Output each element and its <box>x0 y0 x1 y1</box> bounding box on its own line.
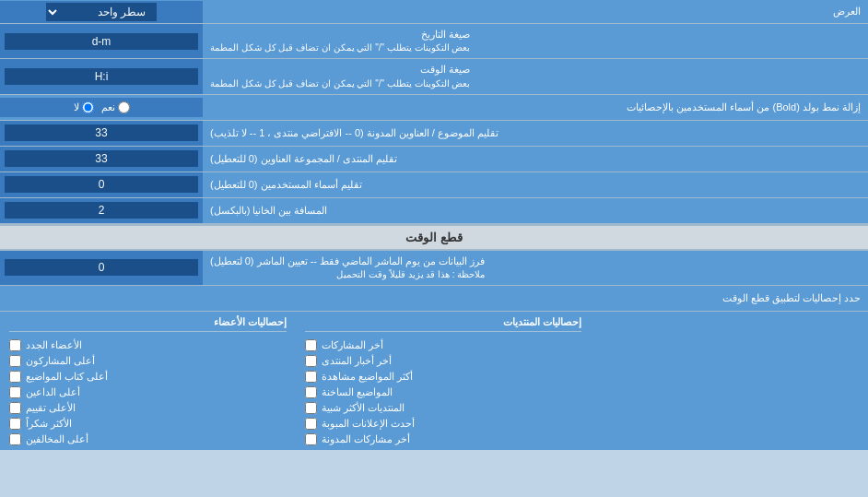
forum-stat-2: أخر أخبار المنتدى <box>305 355 582 367</box>
bold-no-label[interactable]: لا <box>74 101 94 113</box>
bold-row: إزالة نمط بولد (Bold) من أسماء المستخدمي… <box>0 95 868 121</box>
checkboxes-container: إحصاليات المنتديات أخر المشاركات أخر أخب… <box>0 312 868 450</box>
member-stat-7: أعلى المخالفين <box>9 433 287 445</box>
spacing-input[interactable] <box>5 202 198 219</box>
time-format-row: صيغة الوقت بعض التكوينات يتطلب "/" التي … <box>0 59 868 94</box>
forum-stat-1: أخر المشاركات <box>305 339 582 351</box>
member-stat-1: الأعضاء الجدد <box>9 339 287 351</box>
time-format-input-wrap <box>0 59 203 93</box>
date-format-input[interactable] <box>5 33 198 50</box>
display-input-part: سطر واحد سطرين ثلاثة أسطر <box>0 1 203 23</box>
forum-stats-header: إحصاليات المنتديات <box>305 316 582 332</box>
forum-stat-7-checkbox[interactable] <box>305 433 317 445</box>
forum-stat-3: أكثر المواضيع مشاهدة <box>305 371 582 383</box>
forum-stat-2-checkbox[interactable] <box>305 355 317 367</box>
cutoff-input-wrap <box>0 251 203 285</box>
member-stat-4: أعلى الداعين <box>9 386 287 398</box>
stats-limit-row: حدد إحصاليات لتطبيق قطع الوقت <box>0 286 868 312</box>
forum-stats-col: إحصاليات المنتديات أخر المشاركات أخر أخب… <box>296 316 592 445</box>
forum-stat-5-checkbox[interactable] <box>305 402 317 414</box>
date-format-row: صيغة التاريخ بعض التكوينات يتطلب "/" الت… <box>0 24 868 59</box>
date-format-label: صيغة التاريخ بعض التكوينات يتطلب "/" الت… <box>203 24 868 58</box>
cutoff-input[interactable] <box>5 259 198 276</box>
users-trim-row: تقليم أسماء المستخدمين (0 للتعطيل) <box>0 172 868 198</box>
display-select[interactable]: سطر واحد سطرين ثلاثة أسطر <box>46 3 157 21</box>
forum-trim-input-wrap <box>0 147 203 172</box>
bold-radios: نعم لا <box>0 98 203 117</box>
forum-stat-3-checkbox[interactable] <box>305 371 317 383</box>
spacing-input-wrap <box>0 198 203 223</box>
forum-stat-4: المواضيع الساخنة <box>305 386 582 398</box>
threads-label: تقليم الموضوع / العناوين المدونة (0 -- ا… <box>203 121 868 146</box>
forum-trim-input[interactable] <box>5 150 198 167</box>
date-format-input-wrap <box>0 24 203 58</box>
spacing-label: المسافة بين الخانيا (بالبكسل) <box>203 198 868 223</box>
display-row: العرض سطر واحد سطرين ثلاثة أسطر <box>0 0 868 24</box>
forum-stat-5: المنتديات الأكثر شبية <box>305 402 582 414</box>
threads-row: تقليم الموضوع / العناوين المدونة (0 -- ا… <box>0 121 868 147</box>
cutoff-section-header: قطع الوقت <box>0 224 868 251</box>
member-stat-6-checkbox[interactable] <box>9 418 21 430</box>
member-stat-3-checkbox[interactable] <box>9 371 21 383</box>
member-stat-1-checkbox[interactable] <box>9 339 21 351</box>
forum-stat-6-checkbox[interactable] <box>305 418 317 430</box>
bold-no-radio[interactable] <box>82 101 94 113</box>
forum-stat-4-checkbox[interactable] <box>305 386 317 398</box>
bold-yes-radio[interactable] <box>118 101 130 113</box>
forum-stat-1-checkbox[interactable] <box>305 339 317 351</box>
threads-input[interactable] <box>5 124 198 141</box>
forum-trim-row: تقليم المنتدى / المجموعة العناوين (0 للت… <box>0 147 868 172</box>
cutoff-row: فرز البيانات من يوم الماشر الماضي فقط --… <box>0 251 868 286</box>
members-stats-header: إحصاليات الأعضاء <box>9 316 287 332</box>
member-stat-6: الأكثر شكراً <box>9 418 287 430</box>
time-format-label: صيغة الوقت بعض التكوينات يتطلب "/" التي … <box>203 59 868 93</box>
member-stat-2-checkbox[interactable] <box>9 355 21 367</box>
users-trim-input-wrap <box>0 172 203 197</box>
time-format-input[interactable] <box>5 68 198 85</box>
member-stat-4-checkbox[interactable] <box>9 386 21 398</box>
bold-label: إزالة نمط بولد (Bold) من أسماء المستخدمي… <box>203 98 868 117</box>
cutoff-label: فرز البيانات من يوم الماشر الماضي فقط --… <box>203 251 868 285</box>
bold-yes-label[interactable]: نعم <box>101 101 130 113</box>
members-stats-col: إحصاليات الأعضاء الأعضاء الجدد أعلى المش… <box>0 316 296 445</box>
member-stat-5: الأعلى تقييم <box>9 402 287 414</box>
member-stat-2: أعلى المشاركون <box>9 355 287 367</box>
display-label: العرض <box>203 2 868 21</box>
stats-limit-spacer <box>591 316 868 445</box>
member-stat-5-checkbox[interactable] <box>9 402 21 414</box>
member-stat-3: أعلى كتاب المواضيع <box>9 371 287 383</box>
forum-trim-label: تقليم المنتدى / المجموعة العناوين (0 للت… <box>203 147 868 172</box>
forum-stat-7: أخر مشاركات المدونة <box>305 433 582 445</box>
forum-stat-6: أحدث الإعلانات المبوبة <box>305 418 582 430</box>
spacing-row: المسافة بين الخانيا (بالبكسل) <box>0 198 868 224</box>
member-stat-7-checkbox[interactable] <box>9 433 21 445</box>
stats-limit-label: حدد إحصاليات لتطبيق قطع الوقت <box>0 289 868 308</box>
users-trim-label: تقليم أسماء المستخدمين (0 للتعطيل) <box>203 172 868 197</box>
threads-input-wrap <box>0 121 203 146</box>
users-trim-input[interactable] <box>5 176 198 193</box>
main-container: العرض سطر واحد سطرين ثلاثة أسطر صيغة الت… <box>0 0 868 450</box>
